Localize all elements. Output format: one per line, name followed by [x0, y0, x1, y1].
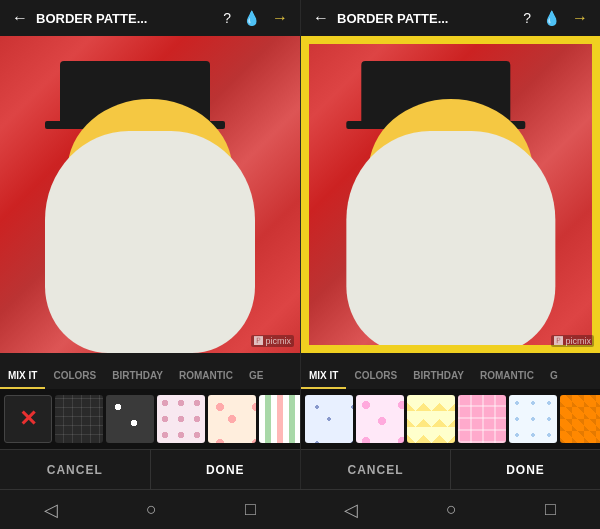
left-pattern-skulls1[interactable] — [55, 395, 103, 443]
right-header: ← BORDER PATTE... ? 💧 → — [301, 0, 600, 36]
right-title: BORDER PATTE... — [337, 11, 515, 26]
right-forward-icon[interactable]: → — [568, 5, 592, 31]
left-done-button[interactable]: DONE — [151, 450, 301, 489]
nav-home-icon-right[interactable]: ○ — [426, 491, 477, 528]
right-tab-birthday[interactable]: BIRTHDAY — [405, 362, 472, 389]
left-tab-mixit[interactable]: MIX IT — [0, 362, 45, 389]
left-pattern-floral[interactable] — [208, 395, 256, 443]
left-action-row: CANCEL DONE — [0, 449, 300, 489]
panels-container: ← BORDER PATTE... ? 💧 → 🅿 picmix MIX IT … — [0, 0, 600, 489]
left-help-icon[interactable]: ? — [219, 6, 235, 30]
left-image — [0, 36, 300, 353]
right-done-button[interactable]: DONE — [451, 450, 600, 489]
right-tab-mixit[interactable]: MIX IT — [301, 362, 346, 389]
left-tabs: MIX IT COLORS BIRTHDAY ROMANTIC GE — [0, 353, 300, 389]
right-pattern-yellow[interactable] — [407, 395, 455, 443]
left-forward-icon[interactable]: → — [268, 5, 292, 31]
right-action-row: CANCEL DONE — [301, 449, 600, 489]
right-pattern-pink-dots[interactable] — [356, 395, 404, 443]
left-tab-colors[interactable]: COLORS — [45, 362, 104, 389]
right-tab-g[interactable]: G — [542, 362, 566, 389]
nav-bar: ◁ ○ □ ◁ ○ □ — [0, 489, 600, 529]
left-pattern-skulls2[interactable] — [106, 395, 154, 443]
left-patterns-row: ✕ — [0, 389, 300, 449]
nav-home-icon[interactable]: ○ — [126, 491, 177, 528]
right-water-icon[interactable]: 💧 — [539, 6, 564, 30]
left-pattern-dots[interactable] — [157, 395, 205, 443]
right-tabs: MIX IT COLORS BIRTHDAY ROMANTIC G — [301, 353, 600, 389]
left-back-icon[interactable]: ← — [8, 5, 32, 31]
nav-square-icon-right[interactable]: □ — [525, 491, 576, 528]
right-back-icon[interactable]: ← — [309, 5, 333, 31]
pooh-body-right — [346, 131, 555, 353]
nav-back-icon[interactable]: ◁ — [24, 491, 78, 529]
left-watermark: 🅿 picmix — [251, 335, 294, 347]
delete-x-icon: ✕ — [19, 408, 37, 430]
left-tab-romantic[interactable]: ROMANTIC — [171, 362, 241, 389]
right-image — [301, 36, 600, 353]
right-tab-colors[interactable]: COLORS — [346, 362, 405, 389]
left-image-area: 🅿 picmix — [0, 36, 300, 353]
right-patterns-row — [301, 389, 600, 449]
right-pattern-pink-cross[interactable] — [458, 395, 506, 443]
right-tab-romantic[interactable]: ROMANTIC — [472, 362, 542, 389]
left-water-icon[interactable]: 💧 — [239, 6, 264, 30]
nav-back-icon-right[interactable]: ◁ — [324, 491, 378, 529]
left-panel: ← BORDER PATTE... ? 💧 → 🅿 picmix MIX IT … — [0, 0, 300, 489]
left-title: BORDER PATTE... — [36, 11, 215, 26]
left-pattern-delete[interactable]: ✕ — [4, 395, 52, 443]
left-header: ← BORDER PATTE... ? 💧 → — [0, 0, 300, 36]
right-cancel-button[interactable]: CANCEL — [301, 450, 451, 489]
nav-square-icon[interactable]: □ — [225, 491, 276, 528]
pooh-body-left — [45, 131, 255, 353]
right-image-area: 🅿 picmix — [301, 36, 600, 353]
right-help-icon[interactable]: ? — [519, 6, 535, 30]
right-panel: ← BORDER PATTE... ? 💧 → 🅿 picmix MIX IT … — [300, 0, 600, 489]
right-pattern-stars[interactable] — [305, 395, 353, 443]
right-pattern-orange[interactable] — [560, 395, 600, 443]
right-pattern-light[interactable] — [509, 395, 557, 443]
left-pattern-stripes[interactable] — [259, 395, 300, 443]
right-watermark: 🅿 picmix — [551, 335, 594, 347]
left-tab-ge[interactable]: GE — [241, 362, 271, 389]
left-cancel-button[interactable]: CANCEL — [0, 450, 151, 489]
left-tab-birthday[interactable]: BIRTHDAY — [104, 362, 171, 389]
